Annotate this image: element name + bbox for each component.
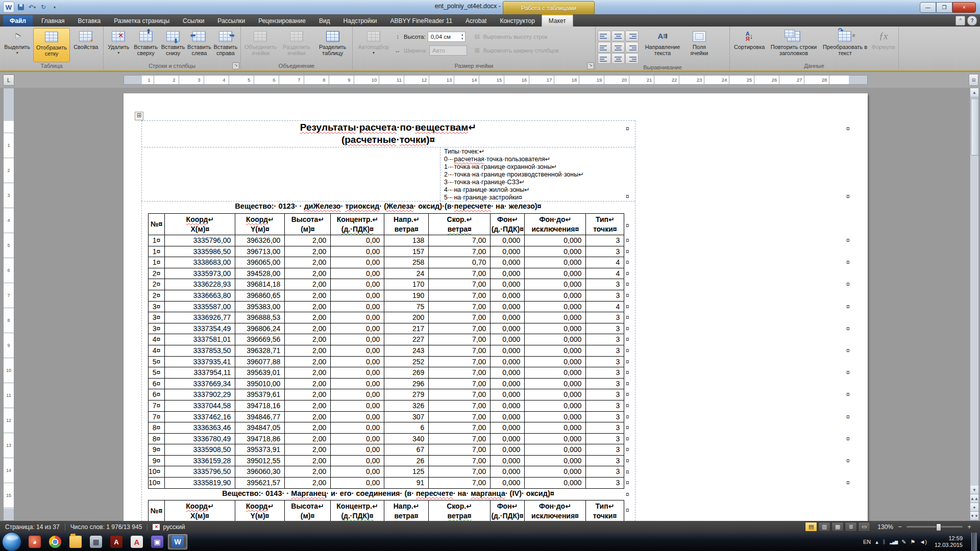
taskbar-pinned-app-3-icon[interactable]: ▣ [148, 534, 167, 549]
table-row[interactable]: 8¤3336780,49394718,862,000,003407,000,00… [149, 433, 624, 444]
table-cell[interactable]: 3337853,50 [165, 345, 235, 356]
start-button[interactable] [2, 532, 21, 551]
table-cell[interactable]: 3 [586, 279, 624, 290]
bluetooth-icon[interactable]: ᛒ [883, 539, 886, 545]
autofit-button[interactable]: Автоподбор▾ [355, 28, 393, 62]
table-cell[interactable]: 1¤ [149, 257, 165, 268]
table-cell[interactable]: 0,00 [331, 345, 384, 356]
table-cell[interactable]: 2,00 [285, 400, 331, 411]
table-cell[interactable]: 0,000 [525, 290, 586, 301]
table-cell[interactable]: 0,00 [331, 246, 384, 257]
table-cell[interactable]: 0,00 [331, 389, 384, 400]
previous-page-icon[interactable]: ▲▲ [970, 494, 978, 503]
table-cell[interactable]: 3¤ [149, 312, 165, 323]
split-cells-button[interactable]: Разделить ячейки [279, 28, 314, 62]
table-row[interactable]: 2¤3336228,93396814,182,000,001707,000,00… [149, 279, 624, 290]
draft-button[interactable]: ▭ [858, 522, 870, 532]
align-top-center-button[interactable] [611, 31, 625, 41]
pen-icon[interactable]: ✎ [901, 539, 906, 545]
table-cell[interactable]: 0,00 [331, 400, 384, 411]
table-cell[interactable]: 2,00 [285, 301, 331, 312]
table-cell[interactable]: 2,00 [285, 334, 331, 345]
table-cell[interactable]: 395621,57 [235, 478, 285, 489]
table-cell[interactable]: 3 [586, 455, 624, 466]
table-cell[interactable]: 3 [586, 466, 624, 478]
table-cell[interactable]: 0,00 [331, 312, 384, 323]
table-cell[interactable]: 0,000 [525, 268, 586, 279]
table-cell[interactable]: 3 [586, 323, 624, 334]
table-cell[interactable]: 0,000 [525, 400, 586, 411]
table-row[interactable]: 9¤3335908,50395373,912,000,00677,000,000… [149, 444, 624, 456]
table-cell[interactable]: 395373,91 [235, 444, 285, 456]
tab-file[interactable]: Файл [3, 15, 33, 27]
table-cell[interactable]: 4 [586, 268, 624, 279]
table-cell[interactable]: 7,00 [429, 455, 491, 466]
table-cell[interactable]: 0,00 [331, 268, 384, 279]
table-cell[interactable]: 395379,61 [235, 389, 285, 400]
table-cell[interactable]: 2,00 [285, 345, 331, 356]
table-cell[interactable]: 0,00 [331, 235, 384, 246]
table-cell[interactable]: 279 [384, 389, 429, 400]
table-cell[interactable]: 0,000 [525, 235, 586, 246]
zoom-slider[interactable] [906, 526, 963, 528]
table-cell[interactable]: 3 [586, 334, 624, 345]
taskbar-abbyy-finereader-icon[interactable]: A [127, 534, 146, 549]
table-cell[interactable]: 6¤ [149, 389, 165, 400]
table-cell[interactable]: 3335973,00 [165, 268, 235, 279]
volume-icon[interactable]: ◄) [919, 539, 927, 545]
table-cell[interactable]: 7,00 [429, 466, 491, 478]
table-cell[interactable]: 3336159,28 [165, 455, 235, 466]
table-cell[interactable]: 0,000 [525, 356, 586, 367]
minimize-button[interactable]: — [920, 2, 936, 13]
ruler-toggle-icon[interactable]: ⊟ [969, 74, 978, 86]
tab-view[interactable]: Вид [312, 15, 337, 27]
table-cell[interactable]: 396326,00 [235, 235, 285, 246]
outline-button[interactable]: ≣ [845, 522, 857, 532]
dialog-launcher-icon[interactable]: ↘ [232, 62, 239, 69]
tab-add-ins[interactable]: Надстройки [337, 15, 384, 27]
table-cell[interactable]: 395010,00 [235, 378, 285, 389]
document-page[interactable]: ⊞ Результаты·расчета·по·веществам↵(расче… [124, 93, 868, 521]
table-cell[interactable]: 3 [586, 246, 624, 257]
formula-button[interactable]: ƒx Формула [870, 28, 896, 62]
table-cell[interactable]: 2,00 [285, 444, 331, 456]
table-cell[interactable]: 3337354,49 [165, 323, 235, 334]
merge-cells-button[interactable]: Объединить ячейки [243, 28, 278, 62]
table-cell[interactable]: 0,000 [491, 235, 525, 246]
table-cell[interactable]: 7,00 [429, 444, 491, 456]
table-cell[interactable]: 2,00 [285, 279, 331, 290]
table-cell[interactable]: 394718,86 [235, 433, 285, 444]
table-cell[interactable]: 2,00 [285, 312, 331, 323]
table-cell[interactable]: 3 [586, 290, 624, 301]
table-cell[interactable]: 3337954,11 [165, 367, 235, 379]
table-cell[interactable]: 10¤ [149, 478, 165, 489]
table-cell[interactable]: 24 [384, 268, 429, 279]
page-indicator[interactable]: Страница: 14 из 37 [0, 523, 65, 531]
help-icon[interactable]: ? [967, 16, 977, 26]
align-bottom-left-button[interactable] [598, 53, 611, 64]
tab-design[interactable]: Конструктор [493, 15, 541, 27]
table-cell[interactable]: 0,000 [525, 422, 586, 434]
table-cell[interactable]: 3 [586, 444, 624, 456]
table-cell[interactable]: 340 [384, 433, 429, 444]
table-cell[interactable]: 10¤ [149, 466, 165, 478]
word-count[interactable]: Число слов: 1 976/13 945 [65, 523, 148, 531]
table-cell[interactable]: 0,000 [491, 356, 525, 367]
table-cell[interactable]: 0,00 [331, 433, 384, 444]
select-browse-object-icon[interactable]: ● [970, 503, 978, 512]
print-layout-button[interactable]: ▤ [805, 522, 817, 532]
table-row[interactable]: 3¤3335587,00395383,002,000,00757,000,000… [149, 301, 624, 312]
table-cell[interactable]: 4¤ [149, 345, 165, 356]
table-cell[interactable]: 4 [586, 301, 624, 312]
table-cell[interactable]: 7,00 [429, 478, 491, 489]
scroll-up-icon[interactable]: ▲ [970, 88, 978, 97]
table-cell[interactable]: 2,00 [285, 356, 331, 367]
table-cell[interactable]: 396814,18 [235, 279, 285, 290]
select-button[interactable]: ➤ Выделить▾ [2, 28, 32, 62]
table-cell[interactable]: 0,000 [491, 323, 525, 334]
table-cell[interactable]: 0,00 [331, 334, 384, 345]
tab-mailings[interactable]: Рассылки [211, 15, 252, 27]
table-cell[interactable]: 4¤ [149, 334, 165, 345]
table-cell[interactable]: 0,00 [331, 422, 384, 434]
table-cell[interactable]: 394847,05 [235, 422, 285, 434]
